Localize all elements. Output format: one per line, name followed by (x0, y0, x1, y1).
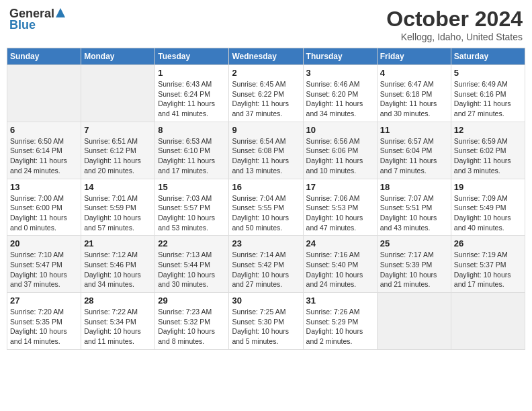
calendar-cell: 18Sunrise: 7:07 AM Sunset: 5:51 PM Dayli… (377, 179, 451, 236)
day-number: 3 (306, 68, 374, 78)
day-info: Sunrise: 7:17 AM Sunset: 5:39 PM Dayligh… (380, 250, 448, 289)
day-number: 21 (84, 238, 152, 248)
day-number: 20 (10, 238, 78, 248)
calendar-week-row: 27Sunrise: 7:20 AM Sunset: 5:35 PM Dayli… (7, 293, 525, 350)
day-info: Sunrise: 6:49 AM Sunset: 6:16 PM Dayligh… (454, 79, 522, 119)
day-number: 11 (380, 125, 448, 135)
day-number: 23 (232, 238, 300, 248)
calendar-week-row: 6Sunrise: 6:50 AM Sunset: 6:14 PM Daylig… (7, 122, 525, 179)
calendar-cell (81, 65, 155, 122)
day-info: Sunrise: 7:23 AM Sunset: 5:32 PM Dayligh… (158, 307, 226, 347)
day-info: Sunrise: 7:03 AM Sunset: 5:57 PM Dayligh… (158, 193, 226, 233)
calendar-cell: 28Sunrise: 7:22 AM Sunset: 5:34 PM Dayli… (81, 293, 155, 350)
calendar-cell: 11Sunrise: 6:57 AM Sunset: 6:04 PM Dayli… (377, 122, 451, 179)
calendar-cell (451, 293, 525, 350)
calendar-cell (377, 293, 451, 350)
calendar-cell: 27Sunrise: 7:20 AM Sunset: 5:35 PM Dayli… (7, 293, 81, 350)
calendar-cell: 25Sunrise: 7:17 AM Sunset: 5:39 PM Dayli… (377, 236, 451, 293)
day-number: 4 (380, 68, 448, 78)
calendar-cell (7, 65, 81, 122)
day-info: Sunrise: 6:46 AM Sunset: 6:20 PM Dayligh… (306, 79, 374, 119)
calendar-cell: 31Sunrise: 7:26 AM Sunset: 5:29 PM Dayli… (303, 293, 377, 350)
calendar-cell: 5Sunrise: 6:49 AM Sunset: 6:16 PM Daylig… (451, 65, 525, 122)
day-number: 26 (454, 238, 522, 248)
day-number: 7 (84, 125, 152, 135)
day-number: 14 (84, 182, 152, 192)
calendar-week-row: 13Sunrise: 7:00 AM Sunset: 6:00 PM Dayli… (7, 179, 525, 236)
calendar-cell: 23Sunrise: 7:14 AM Sunset: 5:42 PM Dayli… (229, 236, 303, 293)
day-info: Sunrise: 6:57 AM Sunset: 6:04 PM Dayligh… (380, 136, 448, 176)
calendar-day-header: Monday (81, 48, 155, 65)
calendar-cell: 8Sunrise: 6:53 AM Sunset: 6:10 PM Daylig… (155, 122, 229, 179)
logo-blue-text: Blue (9, 18, 36, 32)
day-info: Sunrise: 7:16 AM Sunset: 5:40 PM Dayligh… (306, 250, 374, 289)
day-info: Sunrise: 7:00 AM Sunset: 6:00 PM Dayligh… (10, 193, 78, 233)
calendar-cell: 21Sunrise: 7:12 AM Sunset: 5:46 PM Dayli… (81, 236, 155, 293)
day-number: 16 (232, 182, 300, 192)
day-number: 22 (158, 238, 226, 248)
calendar-cell: 7Sunrise: 6:51 AM Sunset: 6:12 PM Daylig… (81, 122, 155, 179)
day-number: 24 (306, 238, 374, 248)
day-number: 8 (158, 125, 226, 135)
calendar-day-header: Saturday (451, 48, 525, 65)
page-header: General Blue October 2024 Kellogg, Idaho… (7, 7, 525, 42)
day-number: 27 (10, 295, 78, 306)
logo: General Blue (9, 7, 65, 32)
day-number: 17 (306, 182, 374, 192)
day-info: Sunrise: 7:13 AM Sunset: 5:44 PM Dayligh… (158, 250, 226, 289)
day-number: 13 (10, 182, 78, 192)
day-info: Sunrise: 7:22 AM Sunset: 5:34 PM Dayligh… (84, 307, 152, 347)
day-info: Sunrise: 7:09 AM Sunset: 5:49 PM Dayligh… (454, 193, 522, 233)
day-number: 1 (158, 68, 226, 78)
day-info: Sunrise: 7:25 AM Sunset: 5:30 PM Dayligh… (232, 307, 300, 347)
calendar-cell: 16Sunrise: 7:04 AM Sunset: 5:55 PM Dayli… (229, 179, 303, 236)
location: Kellogg, Idaho, United States (386, 32, 523, 42)
day-number: 25 (380, 238, 448, 248)
calendar-cell: 9Sunrise: 6:54 AM Sunset: 6:08 PM Daylig… (229, 122, 303, 179)
day-info: Sunrise: 7:04 AM Sunset: 5:55 PM Dayligh… (232, 193, 300, 233)
day-number: 2 (232, 68, 300, 78)
day-info: Sunrise: 7:07 AM Sunset: 5:51 PM Dayligh… (380, 193, 448, 233)
day-number: 29 (158, 295, 226, 306)
day-info: Sunrise: 6:59 AM Sunset: 6:02 PM Dayligh… (454, 136, 522, 176)
day-info: Sunrise: 6:54 AM Sunset: 6:08 PM Dayligh… (232, 136, 300, 176)
calendar-cell: 29Sunrise: 7:23 AM Sunset: 5:32 PM Dayli… (155, 293, 229, 350)
calendar-header-row: SundayMondayTuesdayWednesdayThursdayFrid… (7, 48, 525, 65)
day-info: Sunrise: 6:51 AM Sunset: 6:12 PM Dayligh… (84, 136, 152, 176)
calendar-cell: 14Sunrise: 7:01 AM Sunset: 5:59 PM Dayli… (81, 179, 155, 236)
calendar-cell: 13Sunrise: 7:00 AM Sunset: 6:00 PM Dayli… (7, 179, 81, 236)
calendar-cell: 1Sunrise: 6:43 AM Sunset: 6:24 PM Daylig… (155, 65, 229, 122)
calendar-day-header: Wednesday (229, 48, 303, 65)
svg-marker-0 (56, 8, 65, 17)
day-number: 9 (232, 125, 300, 135)
calendar-cell: 22Sunrise: 7:13 AM Sunset: 5:44 PM Dayli… (155, 236, 229, 293)
day-number: 12 (454, 125, 522, 135)
calendar-cell: 3Sunrise: 6:46 AM Sunset: 6:20 PM Daylig… (303, 65, 377, 122)
day-number: 5 (454, 68, 522, 78)
logo-icon (56, 8, 65, 20)
calendar-cell: 6Sunrise: 6:50 AM Sunset: 6:14 PM Daylig… (7, 122, 81, 179)
day-info: Sunrise: 7:06 AM Sunset: 5:53 PM Dayligh… (306, 193, 374, 233)
day-info: Sunrise: 7:10 AM Sunset: 5:47 PM Dayligh… (10, 250, 78, 289)
calendar-cell: 10Sunrise: 6:56 AM Sunset: 6:06 PM Dayli… (303, 122, 377, 179)
title-area: October 2024 Kellogg, Idaho, United Stat… (386, 7, 523, 42)
calendar-cell: 2Sunrise: 6:45 AM Sunset: 6:22 PM Daylig… (229, 65, 303, 122)
day-number: 30 (232, 295, 300, 306)
month-title: October 2024 (386, 7, 523, 32)
day-info: Sunrise: 6:43 AM Sunset: 6:24 PM Dayligh… (158, 79, 226, 119)
day-info: Sunrise: 7:19 AM Sunset: 5:37 PM Dayligh… (454, 250, 522, 289)
day-info: Sunrise: 6:56 AM Sunset: 6:06 PM Dayligh… (306, 136, 374, 176)
calendar-cell: 26Sunrise: 7:19 AM Sunset: 5:37 PM Dayli… (451, 236, 525, 293)
calendar-cell: 30Sunrise: 7:25 AM Sunset: 5:30 PM Dayli… (229, 293, 303, 350)
calendar-week-row: 1Sunrise: 6:43 AM Sunset: 6:24 PM Daylig… (7, 65, 525, 122)
day-info: Sunrise: 7:14 AM Sunset: 5:42 PM Dayligh… (232, 250, 300, 289)
calendar-week-row: 20Sunrise: 7:10 AM Sunset: 5:47 PM Dayli… (7, 236, 525, 293)
day-number: 18 (380, 182, 448, 192)
calendar-day-header: Tuesday (155, 48, 229, 65)
day-number: 10 (306, 125, 374, 135)
day-number: 6 (10, 125, 78, 135)
calendar-cell: 15Sunrise: 7:03 AM Sunset: 5:57 PM Dayli… (155, 179, 229, 236)
day-info: Sunrise: 6:47 AM Sunset: 6:18 PM Dayligh… (380, 79, 448, 119)
day-number: 15 (158, 182, 226, 192)
day-info: Sunrise: 7:26 AM Sunset: 5:29 PM Dayligh… (306, 307, 374, 347)
